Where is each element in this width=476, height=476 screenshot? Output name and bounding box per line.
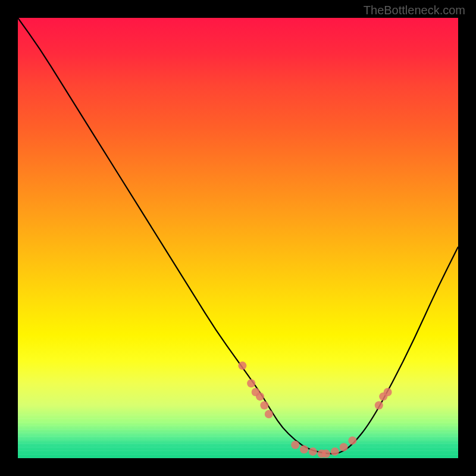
data-point [260, 401, 268, 409]
watermark-text: TheBottleneck.com [364, 4, 465, 17]
data-point [238, 362, 246, 370]
data-point [256, 392, 264, 400]
data-point [322, 450, 330, 458]
bottleneck-curve [18, 18, 458, 454]
data-point [331, 447, 339, 456]
data-point [384, 388, 392, 396]
data-points [238, 362, 392, 458]
data-point [375, 401, 383, 409]
chart-plot-area [18, 18, 458, 458]
data-point [340, 443, 348, 452]
data-point [300, 445, 308, 453]
data-point [348, 436, 356, 444]
data-point [247, 379, 255, 387]
data-point [291, 441, 299, 449]
data-point [309, 447, 317, 456]
chart-svg [18, 18, 458, 458]
data-point [265, 410, 273, 418]
